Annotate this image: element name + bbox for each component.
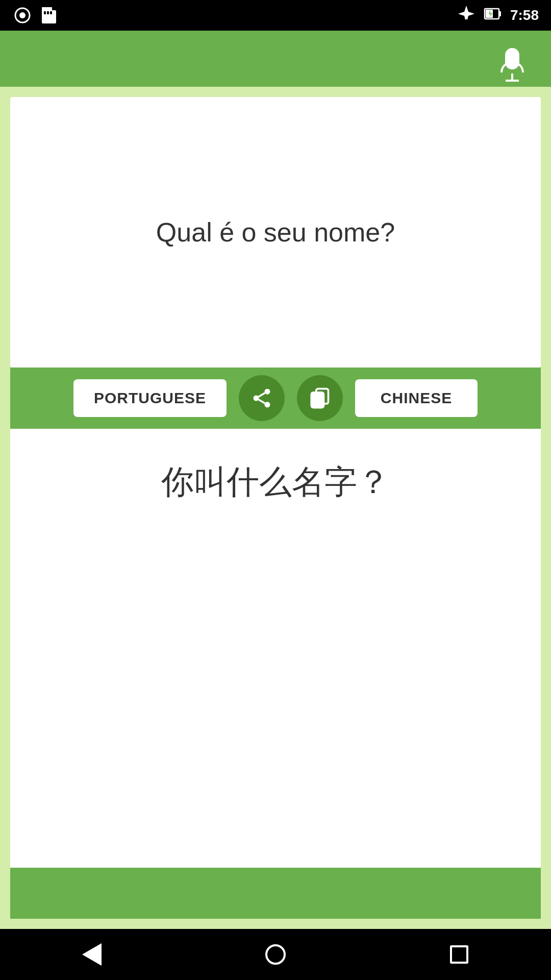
translation-text: 你叫什么名字？ [161,459,390,505]
clock: 7:58 [510,7,539,23]
svg-line-13 [259,400,265,403]
share-icon [251,387,273,409]
copy-button[interactable] [297,375,343,421]
svg-point-1 [19,12,26,18]
airplane-icon [457,5,475,27]
battery-icon [484,5,502,27]
back-button[interactable] [71,934,112,975]
copy-icon [309,387,331,409]
translation-panel: 你叫什么名字？ [10,429,541,868]
svg-point-10 [265,389,270,395]
recent-button[interactable] [439,934,480,975]
status-bar-right: 7:58 [457,5,539,27]
source-language-button[interactable]: PORTUGUESE [73,379,227,417]
back-icon [82,943,102,966]
svg-point-11 [254,396,259,401]
source-panel: Qual é o seu nome? [10,97,541,368]
sdcard-icon [39,5,59,26]
svg-rect-5 [47,11,49,14]
mic-icon [505,48,519,69]
svg-rect-16 [312,393,324,407]
svg-rect-6 [50,11,52,14]
controls-bar: PORTUGUESE CHINESE [10,368,541,429]
share-button[interactable] [239,375,285,421]
svg-rect-8 [499,11,501,16]
main-content: Qual é o seu nome? PORTUGUESE CHINESE 你叫… [0,87,551,929]
microphone-button[interactable] [492,38,533,79]
home-icon [265,944,286,965]
svg-rect-4 [44,11,46,14]
bottom-toolbar [10,868,541,919]
navigation-bar [0,929,551,980]
target-language-button[interactable]: CHINESE [355,379,478,417]
status-bar-left [12,5,59,26]
settings-icon [12,5,33,26]
svg-line-14 [259,393,265,397]
home-button[interactable] [255,934,296,975]
svg-point-12 [265,402,270,407]
source-text: Qual é o seu nome? [156,214,395,251]
recent-icon [450,945,468,964]
status-bar: 7:58 [0,0,551,31]
app-header [0,31,551,87]
